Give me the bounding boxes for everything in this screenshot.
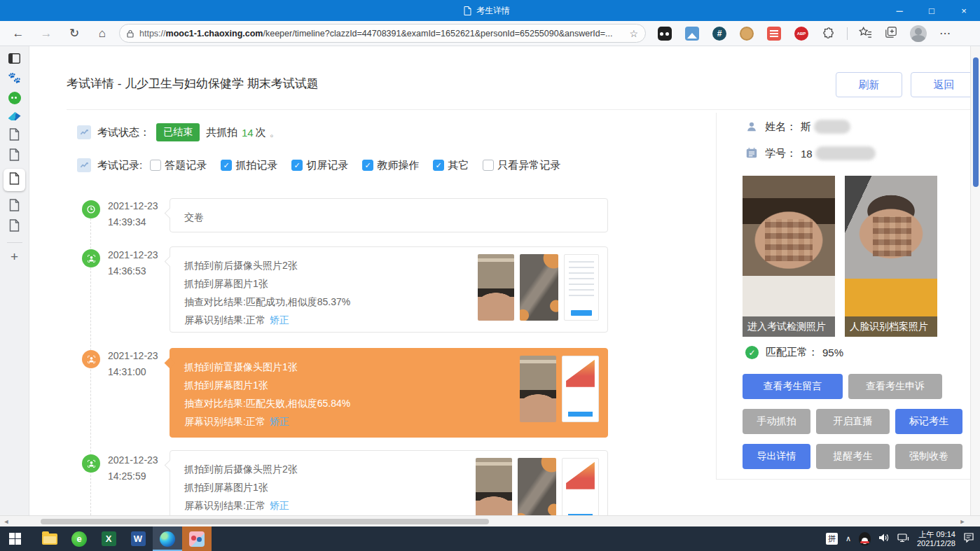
edge-icon[interactable] (153, 526, 182, 551)
photo-caption: 人脸识别档案照片 (845, 316, 937, 337)
excel-icon[interactable]: X (94, 526, 123, 551)
person-icon (82, 249, 100, 267)
button-开启直播[interactable]: 开启直播 (816, 409, 890, 434)
checkbox-checked-icon[interactable]: ✓ (362, 160, 373, 171)
refresh-icon[interactable]: ↻ (60, 26, 88, 41)
pixelated-face (873, 216, 911, 257)
notification-center-icon[interactable] (963, 532, 974, 545)
filter-只看异常记录[interactable]: 只看异常记录 (483, 159, 560, 172)
url-text: https://mooc1-1.chaoxing.com/keeper/time… (139, 29, 623, 39)
profile-avatar[interactable] (910, 25, 927, 42)
document-tab-2[interactable] (9, 148, 20, 161)
network-icon[interactable] (897, 533, 909, 545)
document-tab-5[interactable] (9, 219, 20, 232)
browser-360-icon[interactable]: e (64, 526, 94, 551)
id-card-icon (745, 147, 758, 160)
student-id-visible: 18 (801, 148, 813, 160)
button-查看考生申诉[interactable]: 查看考生申诉 (848, 374, 942, 399)
document-tab-1[interactable] (9, 128, 20, 141)
darkreader-extension-icon[interactable] (658, 27, 672, 41)
horizontal-scrollbar[interactable]: ◄ ► (0, 515, 980, 526)
correct-link[interactable]: 矫正 (270, 314, 289, 326)
button-强制收卷[interactable]: 强制收卷 (895, 444, 962, 469)
ime-indicator[interactable]: 拼 (826, 533, 838, 545)
paw-tab-icon[interactable]: 🐾 (8, 71, 21, 84)
forward-icon[interactable]: → (32, 27, 60, 41)
document-tab-3-active[interactable] (4, 169, 25, 191)
checkbox-checked-icon[interactable]: ✓ (433, 160, 444, 171)
entry-line: 交卷 (184, 208, 593, 226)
button-手动抓拍[interactable]: 手动抓拍 (743, 409, 810, 434)
address-bar[interactable]: https://mooc1-1.chaoxing.com/keeper/time… (119, 24, 646, 43)
new-tab-button[interactable]: + (11, 249, 18, 265)
filter-抓拍记录[interactable]: ✓抓拍记录 (221, 159, 277, 172)
capture-suffix: 。 (270, 126, 280, 139)
chart-thumbnail[interactable] (562, 356, 599, 422)
vertical-tabs-panel-icon[interactable] (8, 53, 20, 64)
checkbox-icon[interactable] (150, 160, 161, 171)
browser-tab[interactable]: 考生详情 (464, 0, 510, 21)
face-thumbnail[interactable] (478, 254, 514, 321)
collections-icon[interactable] (885, 26, 897, 41)
filter-答题记录[interactable]: 答题记录 (150, 159, 207, 172)
ceiling-thumbnail[interactable] (518, 458, 556, 515)
chat-tab-icon[interactable] (8, 92, 21, 104)
menu-ellipsis-icon[interactable]: ⋯ (939, 27, 951, 40)
correct-link[interactable]: 矫正 (270, 500, 289, 511)
screenshot-extension-icon[interactable] (685, 27, 699, 41)
word-icon[interactable]: W (123, 526, 153, 551)
checkbox-icon[interactable] (483, 160, 494, 171)
swoosh-tab-icon[interactable] (8, 112, 21, 120)
file-explorer-icon[interactable] (35, 526, 64, 551)
ceiling-thumbnail[interactable] (520, 254, 558, 321)
refresh-page-button[interactable]: 刷新 (836, 72, 902, 97)
document-tab-4[interactable] (9, 199, 20, 211)
url-domain: mooc1-1.chaoxing.com (166, 29, 263, 39)
favorite-star-icon[interactable]: ☆ (629, 28, 638, 39)
chart-thumbnail[interactable] (562, 458, 599, 515)
filter-教师操作[interactable]: ✓教师操作 (362, 159, 419, 172)
start-button[interactable] (0, 526, 29, 551)
capture-app-icon[interactable] (182, 526, 212, 551)
horizontal-scrollbar-thumb[interactable] (41, 519, 489, 524)
taskbar-clock[interactable]: 上午 09:14 2021/12/28 (917, 530, 955, 548)
back-icon[interactable]: ← (4, 27, 32, 41)
vertical-scrollbar-thumb[interactable] (973, 57, 979, 187)
form-thumbnail[interactable] (564, 254, 599, 321)
filter-切屏记录[interactable]: ✓切屏记录 (291, 159, 348, 172)
home-icon[interactable]: ⌂ (88, 27, 116, 41)
close-button[interactable]: × (948, 0, 980, 21)
button-导出详情[interactable]: 导出详情 (743, 444, 810, 469)
notes-extension-icon[interactable] (767, 27, 781, 41)
coin-extension-icon[interactable] (740, 27, 754, 41)
scroll-right-arrow[interactable]: ► (956, 518, 969, 525)
button-标记考生[interactable]: 标记考生 (895, 409, 962, 434)
return-button[interactable]: 返回 (911, 72, 970, 97)
tray-chevron-icon[interactable]: ∧ (846, 534, 851, 543)
face-thumbnail[interactable] (520, 356, 556, 422)
panel-divider (716, 113, 717, 479)
qq-icon[interactable] (859, 532, 871, 545)
scroll-left-arrow[interactable]: ◄ (0, 518, 13, 525)
button-查看考生留言[interactable]: 查看考生留言 (743, 374, 843, 399)
face-recognition-archive-photo[interactable]: 人脸识别档案照片 (845, 176, 937, 337)
checkbox-checked-icon[interactable]: ✓ (221, 160, 232, 171)
maximize-button[interactable]: □ (916, 0, 948, 21)
volume-icon[interactable] (878, 533, 890, 545)
correct-link[interactable]: 矫正 (270, 416, 289, 427)
timeline-timestamp: 2021-12-2314:36:53 (108, 247, 168, 279)
toolbar-divider (847, 27, 848, 40)
extensions-puzzle-icon[interactable] (822, 27, 836, 41)
adblock-extension-icon[interactable]: ABP (794, 27, 808, 41)
exam-entry-photo[interactable]: 进入考试检测照片 (743, 176, 835, 337)
clock-time: 上午 09:14 (917, 530, 955, 539)
minimize-button[interactable]: ─ (883, 0, 916, 21)
checkbox-checked-icon[interactable]: ✓ (291, 160, 303, 171)
vertical-scrollbar[interactable] (970, 46, 980, 515)
face-thumbnail[interactable] (476, 458, 512, 515)
filter-其它[interactable]: ✓其它 (433, 159, 469, 172)
filter-label: 答题记录 (165, 159, 207, 172)
button-提醒考生[interactable]: 提醒考生 (816, 444, 890, 469)
hashtag-extension-icon[interactable]: # (712, 27, 726, 41)
favorites-icon[interactable] (859, 26, 872, 41)
